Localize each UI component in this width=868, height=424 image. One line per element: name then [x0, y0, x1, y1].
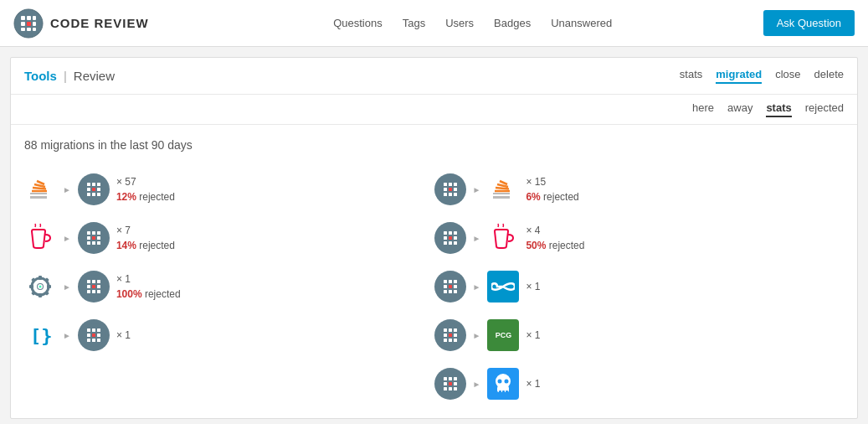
header: CODE REVIEW Questions Tags Users Badges …: [0, 0, 868, 47]
svg-rect-56: [92, 290, 95, 293]
rejected-pct: 6%: [526, 191, 540, 203]
migration-row: ► × 1: [434, 266, 845, 308]
code-review-src-icon: [434, 271, 466, 302]
arrow-right-icon: ►: [473, 234, 481, 243]
nav-tags[interactable]: Tags: [403, 17, 425, 29]
svg-rect-20: [87, 188, 90, 191]
main-content: Tools | Review stats migrated close dele…: [10, 57, 858, 419]
arrow-right-icon: ►: [473, 380, 481, 389]
svg-rect-10: [30, 196, 47, 199]
svg-rect-21: [92, 188, 95, 191]
svg-rect-96: [444, 280, 447, 283]
svg-point-128: [505, 380, 509, 384]
nav-users[interactable]: Users: [445, 17, 474, 29]
infinity-dest-icon: [487, 271, 519, 302]
svg-rect-67: [92, 339, 95, 342]
count-text: × 57: [116, 174, 175, 189]
sub-tab-here[interactable]: here: [692, 101, 714, 117]
tab-close[interactable]: close: [775, 68, 800, 84]
sub-tab-away[interactable]: away: [727, 101, 752, 117]
logo-icon: [13, 8, 44, 39]
rejected-pct: 14%: [116, 240, 136, 251]
svg-rect-75: [454, 188, 457, 191]
code-review-dest-icon: [78, 319, 110, 351]
stats-text: × 7 14% rejected: [116, 223, 175, 253]
top-tabs: stats migrated close delete: [680, 68, 844, 84]
count-text: × 1: [526, 328, 540, 343]
sub-tab-rejected[interactable]: rejected: [805, 101, 844, 117]
code-review-src-icon: [434, 368, 466, 400]
svg-rect-60: [87, 328, 90, 332]
svg-rect-123: [449, 387, 452, 390]
svg-rect-33: [87, 241, 90, 245]
svg-rect-3: [33, 16, 36, 20]
svg-rect-2: [27, 16, 31, 20]
stats-text: × 4 50% rejected: [526, 223, 584, 253]
svg-rect-101: [454, 285, 457, 288]
svg-rect-66: [87, 339, 90, 342]
svg-rect-52: [87, 285, 90, 288]
svg-rect-9: [33, 28, 36, 31]
nav-unanswered[interactable]: Unanswered: [551, 17, 612, 29]
svg-rect-117: [449, 377, 452, 380]
migration-row: ► × 15 6% rejected: [434, 168, 845, 210]
nav-badges[interactable]: Badges: [494, 17, 531, 29]
svg-rect-130: [502, 390, 505, 394]
svg-rect-112: [444, 339, 447, 342]
svg-rect-119: [444, 382, 447, 385]
sub-tab-stats[interactable]: stats: [766, 101, 791, 117]
tab-migrated[interactable]: migrated: [716, 68, 762, 84]
arrow-right-icon: ►: [473, 185, 481, 194]
svg-rect-90: [449, 236, 452, 240]
svg-rect-54: [97, 285, 100, 288]
svg-rect-51: [97, 280, 100, 283]
migration-row: ►: [24, 217, 434, 259]
tab-stats[interactable]: stats: [680, 68, 702, 84]
rejected-text: 50% rejected: [526, 238, 584, 253]
arrow-right-icon: ►: [63, 331, 71, 340]
svg-rect-34: [92, 241, 95, 245]
stats-text: × 1: [116, 328, 131, 343]
svg-rect-35: [97, 241, 100, 245]
svg-rect-86: [444, 231, 447, 235]
count-text: × 1: [526, 376, 540, 391]
svg-point-127: [498, 380, 502, 384]
svg-rect-99: [444, 285, 447, 288]
right-migrations: ► × 15 6% rejected: [434, 168, 845, 405]
count-text: × 4: [526, 223, 584, 238]
count-text: × 1: [116, 271, 181, 287]
svg-rect-70: [444, 183, 447, 186]
svg-rect-118: [454, 377, 457, 380]
svg-rect-64: [92, 334, 95, 337]
breadcrumb-tools[interactable]: Tools: [24, 69, 57, 83]
arrow-right-icon: ►: [473, 282, 481, 292]
svg-rect-106: [444, 328, 447, 332]
svg-rect-62: [97, 328, 100, 332]
svg-line-84: [500, 181, 507, 184]
main-nav: Questions Tags Users Badges Unanswered: [182, 17, 763, 29]
nav-questions[interactable]: Questions: [333, 17, 383, 29]
svg-rect-30: [87, 236, 90, 240]
svg-rect-17: [87, 183, 90, 186]
svg-rect-1: [21, 16, 25, 20]
pcg-label: PCG: [496, 331, 512, 339]
svg-rect-73: [444, 188, 447, 191]
svg-rect-53: [92, 285, 95, 288]
svg-rect-116: [444, 377, 447, 380]
svg-rect-50: [92, 280, 95, 283]
svg-rect-11: [30, 193, 47, 194]
svg-rect-65: [97, 334, 100, 337]
main-area: 88 migrations in the last 90 days: [11, 125, 857, 418]
ask-question-button[interactable]: Ask Question: [763, 10, 855, 36]
migration-count: 88 migrations in the last 90 days: [24, 138, 844, 152]
rejected-text: 14% rejected: [116, 238, 175, 253]
svg-rect-120: [449, 382, 452, 385]
tab-delete[interactable]: delete: [814, 68, 844, 84]
rejected-pct: 50%: [526, 240, 546, 251]
stackoverflow-dest-icon: [487, 173, 519, 205]
count-text: × 7: [116, 223, 175, 238]
count-text: × 1: [116, 328, 131, 343]
svg-rect-5: [27, 22, 31, 26]
arrow-right-icon: ►: [63, 185, 71, 194]
svg-line-82: [496, 188, 509, 189]
